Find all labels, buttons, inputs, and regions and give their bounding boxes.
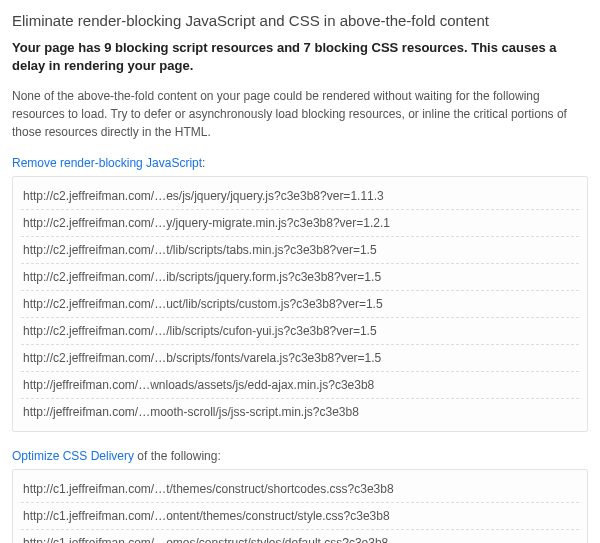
resource-item: http://c2.jeffreifman.com/…/lib/scripts/…: [21, 318, 579, 345]
resource-item: http://c2.jeffreifman.com/…y/jquery-migr…: [21, 210, 579, 237]
resource-item: http://c2.jeffreifman.com/…ib/scripts/jq…: [21, 264, 579, 291]
js-section-suffix: :: [202, 156, 205, 170]
resource-item: http://c1.jeffreifman.com/…t/themes/cons…: [21, 476, 579, 503]
rule-title: Eliminate render-blocking JavaScript and…: [12, 12, 588, 29]
resource-item: http://c1.jeffreifman.com/…ontent/themes…: [21, 503, 579, 530]
css-section-suffix: of the following:: [134, 449, 221, 463]
remove-js-link[interactable]: Remove render-blocking JavaScript: [12, 156, 202, 170]
description-text: None of the above-the-fold content on yo…: [12, 87, 588, 141]
optimize-css-link[interactable]: Optimize CSS Delivery: [12, 449, 134, 463]
css-resource-list: http://c1.jeffreifman.com/…t/themes/cons…: [12, 469, 588, 543]
resource-item: http://jeffreifman.com/…mooth-scroll/js/…: [21, 399, 579, 425]
resource-item: http://c2.jeffreifman.com/…b/scripts/fon…: [21, 345, 579, 372]
resource-item: http://c2.jeffreifman.com/…es/js/jquery/…: [21, 183, 579, 210]
js-resource-list: http://c2.jeffreifman.com/…es/js/jquery/…: [12, 176, 588, 432]
summary-text: Your page has 9 blocking script resource…: [12, 39, 588, 75]
js-section-header: Remove render-blocking JavaScript:: [12, 155, 588, 170]
resource-item: http://c2.jeffreifman.com/…uct/lib/scrip…: [21, 291, 579, 318]
css-section-header: Optimize CSS Delivery of the following:: [12, 448, 588, 463]
resource-item: http://jeffreifman.com/…wnloads/assets/j…: [21, 372, 579, 399]
resource-item: http://c2.jeffreifman.com/…t/lib/scripts…: [21, 237, 579, 264]
resource-item: http://c1.jeffreifman.com/…emes/construc…: [21, 530, 579, 543]
